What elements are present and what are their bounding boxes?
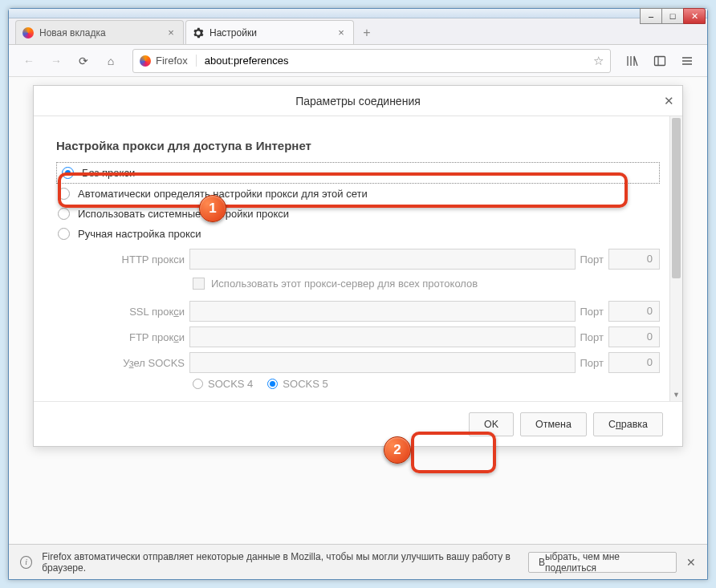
scroll-down-icon[interactable]: ▼ <box>670 388 682 401</box>
url-prefix: Firefox <box>156 55 188 67</box>
tab-new[interactable]: Новая вкладка × <box>15 20 184 44</box>
radio-label: Использовать системные настройки прокси <box>78 208 289 220</box>
firefox-icon <box>140 55 151 67</box>
info-icon: i <box>20 556 32 569</box>
ftp-proxy-input[interactable] <box>189 326 576 347</box>
radio-no-proxy[interactable]: Без прокси <box>56 162 660 184</box>
radio-icon <box>58 228 70 240</box>
radio-icon <box>58 208 70 220</box>
radio-label: Ручная настройка прокси <box>78 228 201 240</box>
back-button[interactable]: ← <box>17 50 41 72</box>
ssl-proxy-label: SSL прокси <box>88 306 185 318</box>
svg-rect-0 <box>655 56 665 65</box>
ssl-port-input[interactable]: 0 <box>608 301 660 322</box>
http-proxy-label: HTTP прокси <box>88 253 185 266</box>
dialog-title: Параметры соединения <box>295 95 421 107</box>
tab-strip: Новая вкладка × Настройки × + <box>9 18 707 45</box>
tab-settings[interactable]: Настройки × <box>185 20 354 44</box>
scrollbar[interactable]: ▲ ▼ <box>669 116 682 401</box>
minimize-button[interactable]: – <box>640 8 662 24</box>
connection-settings-dialog: Параметры соединения ✕ Настройка прокси … <box>33 85 683 447</box>
sidebar-icon[interactable] <box>648 50 672 72</box>
port-label: Порт <box>580 331 604 343</box>
choose-share-button[interactable]: Выбрать, чем мне поделиться <box>528 552 677 573</box>
radio-icon <box>193 379 203 389</box>
http-proxy-row: HTTP прокси Порт 0 <box>88 249 660 270</box>
notification-bar: i Firefox автоматически отправляет некот… <box>9 544 707 579</box>
maximize-button[interactable]: □ <box>661 8 684 24</box>
radio-socks5[interactable]: SOCKS 5 <box>267 378 327 390</box>
home-button[interactable]: ⌂ <box>99 50 123 72</box>
ftp-proxy-row: FTP прокси Порт 0 <box>88 326 660 347</box>
new-tab-button[interactable]: + <box>356 22 378 44</box>
radio-label: Без прокси <box>82 167 135 179</box>
window-controls: – □ ✕ <box>641 8 706 24</box>
port-label: Порт <box>580 253 604 266</box>
url-text: about:preferences <box>205 55 289 67</box>
bookmark-star-icon[interactable]: ☆ <box>593 54 604 68</box>
use-for-all-row[interactable]: Использовать этот прокси-сервер для всех… <box>193 274 660 296</box>
ok-button[interactable]: OK <box>469 412 514 436</box>
http-proxy-input[interactable] <box>189 249 576 270</box>
window-frame: – □ ✕ Новая вкладка × Настройки × + ← → … <box>8 8 708 580</box>
dialog-close-icon[interactable]: ✕ <box>664 94 674 108</box>
socks-proxy-label: Узел SOCKS <box>88 357 185 369</box>
help-button[interactable]: Справка <box>593 412 663 436</box>
http-port-input[interactable]: 0 <box>608 249 660 270</box>
section-title: Настройка прокси для доступа в Интернет <box>56 139 660 152</box>
dialog-body: Настройка прокси для доступа в Интернет … <box>34 116 682 401</box>
tab-close-icon[interactable]: × <box>336 27 347 39</box>
reload-button[interactable]: ⟳ <box>71 50 96 72</box>
ftp-port-input[interactable]: 0 <box>608 326 660 347</box>
radio-manual-proxy[interactable]: Ручная настройка прокси <box>56 224 660 244</box>
forward-button[interactable]: → <box>44 50 68 72</box>
annotation-badge-1: 1 <box>199 195 226 222</box>
radio-auto-detect[interactable]: Автоматически определять настройки прокс… <box>56 184 660 204</box>
checkbox-label: Использовать этот прокси-сервер для всех… <box>211 278 478 290</box>
gear-icon <box>193 27 204 39</box>
cancel-button[interactable]: Отмена <box>520 412 587 436</box>
nav-bar: ← → ⟳ ⌂ Firefox about:preferences ☆ <box>9 45 707 77</box>
checkbox-icon <box>193 278 205 290</box>
radio-icon <box>62 167 74 179</box>
socks-proxy-input[interactable] <box>189 352 576 373</box>
dialog-footer: OK Отмена Справка <box>34 401 682 446</box>
url-identity: Firefox <box>140 55 197 67</box>
title-bar <box>9 9 707 18</box>
dialog-header: Параметры соединения ✕ <box>34 86 682 116</box>
library-icon[interactable] <box>620 50 645 72</box>
tab-close-icon[interactable]: × <box>165 27 177 39</box>
radio-icon <box>267 379 278 389</box>
firefox-icon <box>22 27 34 39</box>
menu-icon[interactable] <box>675 50 699 72</box>
radio-label: Автоматически определять настройки прокс… <box>78 188 368 200</box>
socks-port-input[interactable]: 0 <box>608 352 660 373</box>
radio-system-proxy[interactable]: Использовать системные настройки прокси <box>56 204 660 224</box>
socks-proxy-row: Узел SOCKS Порт 0 <box>88 352 660 373</box>
radio-icon <box>58 188 70 200</box>
annotation-badge-2: 2 <box>384 436 411 464</box>
port-label: Порт <box>580 357 604 369</box>
content-area: Параметры соединения ✕ Настройка прокси … <box>9 77 707 544</box>
url-bar[interactable]: Firefox about:preferences ☆ <box>132 49 611 73</box>
tab-label: Настройки <box>210 27 257 39</box>
socks-version-row: SOCKS 4 SOCKS 5 <box>193 378 660 390</box>
tab-label: Новая вкладка <box>39 27 106 39</box>
scroll-thumb[interactable] <box>672 118 681 278</box>
close-window-button[interactable]: ✕ <box>683 8 706 24</box>
ssl-proxy-input[interactable] <box>189 301 576 322</box>
radio-socks4[interactable]: SOCKS 4 <box>193 378 253 390</box>
notification-text: Firefox автоматически отправляет некотор… <box>42 551 528 574</box>
ssl-proxy-row: SSL прокси Порт 0 <box>88 301 660 322</box>
notification-close-icon[interactable]: ✕ <box>686 556 696 569</box>
ftp-proxy-label: FTP прокси <box>88 331 185 343</box>
port-label: Порт <box>580 306 604 318</box>
